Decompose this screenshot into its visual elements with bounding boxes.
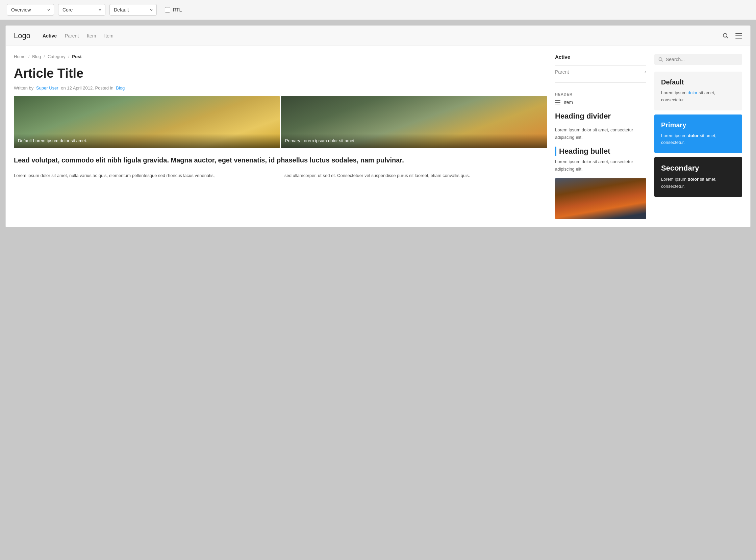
article-body: Lorem ipsum dolor sit amet, nulla varius… bbox=[14, 172, 547, 179]
nav-item-2[interactable]: Item bbox=[104, 33, 113, 39]
toolbar: Overview Core Default RTL bbox=[0, 0, 756, 20]
heading-bullet-text: Heading bullet bbox=[559, 147, 611, 156]
svg-rect-2 bbox=[735, 33, 742, 34]
article-image-grid: Default Lorem ipsum dolor sit amet. Prim… bbox=[14, 96, 547, 148]
svg-point-0 bbox=[723, 34, 727, 37]
article-title: Article Title bbox=[14, 66, 547, 81]
article-meta-middle: on 12 April 2012. Posted in bbox=[61, 85, 113, 91]
breadcrumb-blog[interactable]: Blog bbox=[32, 54, 41, 59]
card-primary-text: Lorem ipsum dolor sit amet, consectetur. bbox=[661, 133, 735, 146]
card-default-link[interactable]: dolor bbox=[688, 90, 698, 95]
card-primary: Primary Lorem ipsum dolor sit amet, cons… bbox=[654, 115, 742, 153]
article-body-left: Lorem ipsum dolor sit amet, nulla varius… bbox=[14, 172, 276, 179]
search-icon bbox=[722, 33, 729, 39]
right-column: Default Lorem ipsum dolor sit amet, cons… bbox=[654, 54, 742, 219]
main-column: Home / Blog / Category / Post Article Ti… bbox=[14, 54, 547, 219]
sidebar-active-item: Active bbox=[555, 54, 646, 62]
breadcrumb-home[interactable]: Home bbox=[14, 54, 26, 59]
site-nav: Active Parent Item Item bbox=[43, 33, 713, 39]
card-secondary-text: Lorem ipsum dolor sit amet, consectetur. bbox=[661, 176, 735, 190]
article-meta-author[interactable]: Super User bbox=[36, 85, 58, 91]
hamburger-line-1 bbox=[555, 100, 560, 101]
site-header-icons bbox=[722, 33, 742, 39]
svg-line-1 bbox=[727, 37, 728, 38]
breadcrumb: Home / Blog / Category / Post bbox=[14, 54, 547, 59]
header-menu-button[interactable] bbox=[735, 33, 742, 39]
sidebar-item-with-icon: Item bbox=[555, 100, 646, 105]
breadcrumb-sep-2: / bbox=[44, 54, 45, 59]
breadcrumb-current: Post bbox=[72, 54, 81, 59]
menu-icon bbox=[735, 33, 742, 39]
search-input[interactable] bbox=[666, 57, 738, 62]
svg-rect-4 bbox=[735, 38, 742, 39]
card-default-text-start: Lorem ipsum bbox=[661, 90, 688, 95]
content-area: Home / Blog / Category / Post Article Ti… bbox=[6, 46, 750, 227]
mountain-image bbox=[555, 178, 646, 219]
rtl-checkbox[interactable] bbox=[165, 7, 170, 13]
card-secondary-text-start: Lorem ipsum bbox=[661, 177, 688, 182]
preview-wrapper: Logo Active Parent Item Item bbox=[5, 25, 751, 227]
article-meta-category[interactable]: Blog bbox=[116, 85, 125, 91]
sidebar-parent-label: Parent bbox=[555, 69, 569, 75]
nav-item-active[interactable]: Active bbox=[43, 33, 57, 39]
card-default-title: Default bbox=[661, 78, 735, 86]
lorem-divider-text: Lorem ipsum dolor sit amet, consectetur … bbox=[555, 126, 646, 141]
search-icon-small bbox=[658, 57, 663, 62]
svg-line-6 bbox=[662, 60, 663, 62]
card-primary-title: Primary bbox=[661, 121, 735, 129]
hamburger-line-3 bbox=[555, 104, 560, 104]
chevron-icon: ‹ bbox=[644, 69, 646, 75]
card-secondary-title: Secondary bbox=[661, 164, 735, 173]
core-select[interactable]: Core bbox=[58, 4, 105, 16]
card-primary-text-start: Lorem ipsum bbox=[661, 133, 688, 138]
rtl-label: RTL bbox=[173, 7, 182, 13]
sidebar-item-label[interactable]: Item bbox=[564, 100, 573, 105]
sidebar-section-header: HEADER bbox=[555, 92, 646, 96]
nav-item-1[interactable]: Item bbox=[87, 33, 96, 39]
rtl-toggle: RTL bbox=[165, 7, 182, 13]
nav-item-parent[interactable]: Parent bbox=[65, 33, 79, 39]
svg-point-5 bbox=[659, 58, 662, 61]
search-box bbox=[654, 54, 742, 65]
lorem-bullet-text: Lorem ipsum dolor sit amet, consectetur … bbox=[555, 158, 646, 173]
card-secondary-link: dolor bbox=[688, 177, 699, 182]
image-caption-primary: Primary Lorem ipsum dolor sit amet. bbox=[281, 134, 547, 148]
hamburger-icon bbox=[555, 100, 560, 104]
article-meta-written: Written by bbox=[14, 85, 34, 91]
sidebar-nav: Active Parent ‹ HEADER Item bbox=[555, 54, 646, 105]
site-header: Logo Active Parent Item Item bbox=[6, 26, 750, 46]
card-secondary: Secondary Lorem ipsum dolor sit amet, co… bbox=[654, 157, 742, 197]
card-default-text: Lorem ipsum dolor sit amet, consectetur. bbox=[661, 89, 735, 104]
breadcrumb-sep-3: / bbox=[68, 54, 69, 59]
sidebar-parent-item[interactable]: Parent ‹ bbox=[555, 65, 646, 78]
mid-column: Active Parent ‹ HEADER Item bbox=[555, 54, 646, 219]
hamburger-line-2 bbox=[555, 102, 560, 103]
site-logo: Logo bbox=[14, 32, 31, 40]
image-card-primary: Primary Lorem ipsum dolor sit amet. bbox=[281, 96, 547, 148]
card-primary-link: dolor bbox=[688, 133, 699, 138]
article-lead: Lead volutpat, commodo elit nibh ligula … bbox=[14, 155, 547, 165]
heading-bullet: Heading bullet bbox=[555, 146, 646, 156]
article-meta: Written by Super User on 12 April 2012. … bbox=[14, 85, 547, 91]
header-search-button[interactable] bbox=[722, 33, 729, 39]
overview-select[interactable]: Overview bbox=[7, 4, 54, 16]
default-select[interactable]: Default bbox=[110, 4, 157, 16]
svg-rect-3 bbox=[735, 36, 742, 36]
breadcrumb-sep-1: / bbox=[28, 54, 30, 59]
heading-divider: Heading divider bbox=[555, 112, 646, 124]
card-default: Default Lorem ipsum dolor sit amet, cons… bbox=[654, 72, 742, 111]
article-body-right: sed ullamcorper, ut sed et. Consectetuer… bbox=[284, 172, 547, 179]
image-caption-default: Default Lorem ipsum dolor sit amet. bbox=[14, 134, 280, 148]
image-card-default: Default Lorem ipsum dolor sit amet. bbox=[14, 96, 280, 148]
breadcrumb-category[interactable]: Category bbox=[47, 54, 65, 59]
